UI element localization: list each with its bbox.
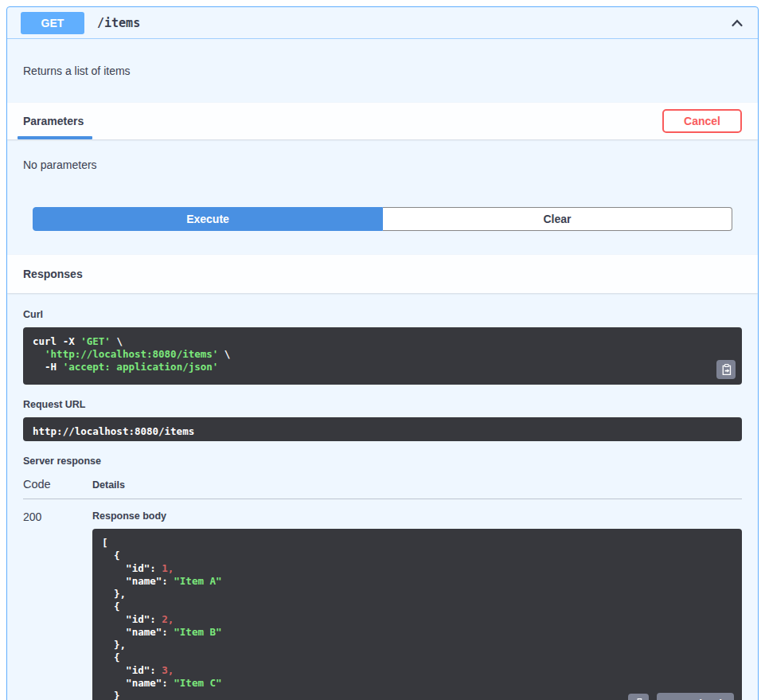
operation-description: Returns a list of items [23, 65, 131, 77]
status-code: 200 [23, 510, 92, 700]
responses-section-header: Responses [7, 255, 758, 293]
curl-command: curl -X 'GET' \ 'http://localhost:8080/i… [23, 327, 742, 385]
response-body-actions: Download [628, 693, 734, 700]
curl-code: curl -X 'GET' \ 'http://localhost:8080/i… [33, 335, 230, 373]
execute-button[interactable]: Execute [33, 207, 383, 231]
response-row-200: 200 Response body [ { "id": 1, "name": "… [23, 510, 742, 700]
operation-summary[interactable]: GET /items [7, 7, 758, 39]
response-details-cell: Response body [ { "id": 1, "name": "Item… [92, 510, 742, 700]
parameters-body: No parameters Execute Clear [7, 139, 758, 255]
curl-label: Curl [23, 309, 742, 320]
parameters-section-header: Parameters Cancel [7, 103, 758, 139]
server-response-label: Server response [23, 456, 742, 467]
response-body-block: [ { "id": 1, "name": "Item A" }, { "id":… [92, 529, 742, 700]
details-column-header: Details [92, 479, 125, 491]
responses-title: Responses [23, 268, 83, 280]
response-table-header: Code Details [23, 478, 742, 499]
operation-description-wrapper: Returns a list of items [7, 39, 758, 103]
tab-parameters[interactable]: Parameters [23, 103, 84, 139]
endpoint-path: /items [97, 16, 140, 30]
copy-curl-button[interactable] [716, 360, 736, 379]
clear-button[interactable]: Clear [383, 207, 732, 231]
no-parameters-message: No parameters [23, 158, 742, 171]
response-body-code: [ { "id": 1, "name": "Item A" }, { "id":… [102, 537, 222, 700]
cancel-button[interactable]: Cancel [662, 109, 742, 133]
chevron-up-icon [729, 15, 745, 31]
copy-to-clipboard-icon [720, 364, 732, 375]
tab-parameters-label: Parameters [23, 115, 84, 127]
execute-button-group: Execute Clear [33, 207, 732, 231]
responses-body: Curl curl -X 'GET' \ 'http://localhost:8… [7, 293, 758, 700]
response-body-label: Response body [92, 510, 742, 522]
download-button[interactable]: Download [657, 693, 734, 700]
http-method-badge: GET [21, 12, 84, 34]
code-column-header: Code [23, 478, 92, 491]
request-url-label: Request URL [23, 399, 742, 410]
copy-response-button[interactable] [628, 694, 649, 700]
request-url-value: http://localhost:8080/items [23, 417, 742, 441]
operation-block-get-items: GET /items Returns a list of items Param… [6, 6, 759, 700]
collapse-button[interactable] [728, 14, 747, 33]
